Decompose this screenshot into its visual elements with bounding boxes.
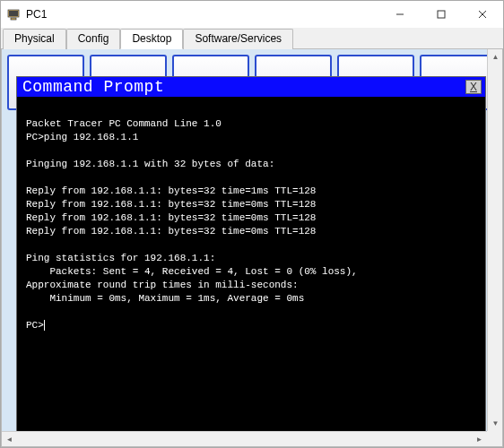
scrollbar-horizontal[interactable]: ◄ ► xyxy=(2,431,487,446)
terminal-titlebar[interactable]: Command Prompt X xyxy=(17,77,485,97)
pc-icon xyxy=(6,7,21,22)
terminal-line: PC>ping 192.168.1.1 xyxy=(26,132,138,142)
scroll-track[interactable] xyxy=(488,65,502,416)
maximize-button[interactable] xyxy=(421,1,462,28)
command-prompt-window: Command Prompt X Packet Tracer PC Comman… xyxy=(16,76,486,447)
terminal-close-button[interactable]: X xyxy=(465,80,482,94)
chevron-up-icon: ▲ xyxy=(492,53,500,61)
minimize-icon xyxy=(395,10,404,19)
terminal-line: Minimum = 0ms, Maximum = 1ms, Average = … xyxy=(26,293,304,304)
terminal-prompt: PC> xyxy=(26,320,44,331)
terminal-line: Approximate round trip times in milli-se… xyxy=(26,280,299,290)
scroll-down-button[interactable]: ▼ xyxy=(488,416,503,431)
content-area: Command Prompt X Packet Tracer PC Comman… xyxy=(1,49,503,447)
terminal-line: Reply from 192.168.1.1: bytes=32 time=0m… xyxy=(26,212,316,223)
scroll-left-button[interactable]: ◄ xyxy=(2,432,17,447)
tab-desktop[interactable]: Desktop xyxy=(120,29,183,49)
tab-bar: Physical Config Desktop Software/Service… xyxy=(1,28,503,49)
tab-software[interactable]: Software/Services xyxy=(183,29,293,49)
minimize-button[interactable] xyxy=(379,1,421,28)
scroll-track[interactable] xyxy=(17,432,472,446)
terminal-title: Command Prompt xyxy=(22,78,465,96)
scroll-corner xyxy=(487,431,502,446)
tab-physical[interactable]: Physical xyxy=(3,29,66,49)
terminal-line: Reply from 192.168.1.1: bytes=32 time=1m… xyxy=(26,185,316,196)
titlebar[interactable]: PC1 xyxy=(1,1,503,28)
close-icon xyxy=(478,10,487,19)
maximize-icon xyxy=(437,10,446,19)
svg-rect-1 xyxy=(9,11,18,16)
chevron-right-icon: ► xyxy=(476,435,483,444)
terminal-body[interactable]: Packet Tracer PC Command Line 1.0 PC>pin… xyxy=(17,97,485,447)
window-title: PC1 xyxy=(26,8,47,21)
scroll-up-button[interactable]: ▲ xyxy=(488,49,503,65)
tab-config[interactable]: Config xyxy=(66,29,121,49)
terminal-line: Reply from 192.168.1.1: bytes=32 time=0m… xyxy=(26,226,316,237)
terminal-line: Packet Tracer PC Command Line 1.0 xyxy=(26,118,222,129)
chevron-left-icon: ◄ xyxy=(6,435,13,444)
svg-rect-4 xyxy=(438,11,445,18)
cursor xyxy=(44,320,45,331)
terminal-line: Packets: Sent = 4, Received = 4, Lost = … xyxy=(26,266,358,277)
chevron-down-icon: ▼ xyxy=(492,419,500,427)
terminal-line: Pinging 192.168.1.1 with 32 bytes of dat… xyxy=(26,159,274,169)
terminal-line: Ping statistics for 192.168.1.1: xyxy=(26,253,215,263)
scroll-right-button[interactable]: ► xyxy=(472,432,487,447)
app-window: PC1 Physical Config Desktop Software/Ser… xyxy=(0,0,504,448)
terminal-line: Reply from 192.168.1.1: bytes=32 time=0m… xyxy=(26,199,316,210)
close-button[interactable] xyxy=(462,1,503,28)
scrollbar-vertical[interactable]: ▲ ▼ xyxy=(487,49,502,431)
svg-rect-2 xyxy=(11,18,16,20)
